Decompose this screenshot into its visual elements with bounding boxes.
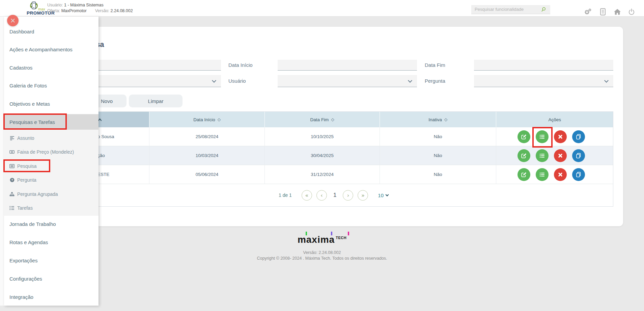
sort-icon: ◇ [218, 117, 221, 122]
offer-label: Oferta: [47, 8, 60, 13]
delete-button[interactable] [554, 130, 567, 143]
sidebar-item-galeria[interactable]: Galeria de Fotos [4, 76, 99, 95]
search-input[interactable] [475, 5, 539, 14]
content-card: Pesquisa Data Início Data Fim Usuário Pe… [67, 27, 623, 226]
row-end-cell: 10/10/2025 [265, 127, 380, 146]
pagination-summary: 1 de 1 [279, 192, 292, 198]
row-end-cell: 31/12/2024 [265, 165, 380, 184]
align-left-icon [9, 136, 15, 140]
table-row: ção 10/03/2024 30/04/2025 Não [73, 146, 613, 165]
page: max PROMOTOR Usuário: 1 - Máxima Sistema… [0, 0, 644, 311]
user-select[interactable] [278, 75, 417, 87]
edit-button[interactable] [517, 168, 530, 181]
logo-magenta-tick [348, 232, 349, 235]
power-icon[interactable] [627, 8, 636, 16]
start-date-input[interactable] [278, 60, 417, 71]
submenu-item-pesquisa[interactable]: Pesquisa [4, 159, 99, 173]
current-page: 1 [333, 192, 336, 199]
sidebar-item-objetivos[interactable]: Objetivos e Metas [4, 95, 99, 113]
user-value: 1 - Máxima Sistemas [64, 3, 104, 7]
submenu-item-pergunta-agrupada[interactable]: Pergunta Agrupada [4, 187, 99, 201]
sidebar-item-configuracoes[interactable]: Configurações [4, 269, 99, 288]
close-icon [10, 18, 16, 23]
column-header-start-date[interactable]: Data Início◇ [149, 112, 265, 127]
page-size-select[interactable]: 10 [378, 192, 388, 198]
delete-button[interactable] [554, 168, 567, 181]
maxima-tech-logo: maximaTECH [298, 234, 346, 245]
user-filter-label: Usuário [228, 76, 246, 86]
copy-button[interactable] [572, 168, 585, 181]
first-page-button[interactable]: « [302, 190, 312, 201]
sidebar-item-acoes[interactable]: Ações e Acompanhamentos [4, 40, 99, 58]
last-page-button[interactable]: » [358, 190, 368, 201]
sidebar-item-pesquisas-tarefas[interactable]: Pesquisas e Tarefas [4, 114, 99, 130]
sort-icon: ◇ [444, 117, 447, 122]
list-details-button[interactable] [536, 168, 549, 181]
copy-button[interactable] [572, 149, 585, 162]
close-menu-button[interactable] [7, 15, 19, 26]
sidebar-item-rotas[interactable]: Rotas e Agendas [4, 233, 99, 251]
version-label: Versão: [95, 8, 109, 13]
logo-violet-tick [331, 232, 332, 235]
row-end-cell: 30/04/2025 [265, 146, 380, 165]
table-header-row: Data Início◇ Data Fim◇ Inativa◇ Ações [73, 112, 613, 127]
chevron-down-icon [212, 78, 216, 83]
question-filter-label: Pergunta [425, 76, 445, 86]
svg-text:?: ? [11, 178, 13, 182]
chevron-down-icon [408, 78, 412, 83]
chevron-right-icon: › [347, 192, 349, 199]
list-details-button[interactable] [536, 130, 549, 143]
column-header-end-date[interactable]: Data Fim◇ [265, 112, 380, 127]
submenu-label: Pesquisa [17, 163, 37, 169]
logo-green-tick [306, 232, 307, 235]
edit-button[interactable] [517, 149, 530, 162]
sort-icon: ◇ [331, 117, 334, 122]
question-select[interactable] [474, 75, 613, 87]
end-date-label: Data Fim [425, 60, 445, 71]
start-date-label: Data Início [228, 60, 253, 71]
column-label: Data Início [193, 117, 215, 122]
report-document-icon[interactable] [599, 8, 607, 16]
sidebar-item-jornada[interactable]: Jornada de Trabalho [4, 215, 99, 233]
prev-page-button[interactable]: ‹ [316, 190, 327, 201]
column-header-inactive[interactable]: Inativa◇ [380, 112, 497, 127]
submenu-item-faixa-de-preco[interactable]: Faixa de Preço (Mondelez) [4, 145, 99, 159]
chevron-down-icon [604, 78, 609, 83]
next-page-button[interactable]: › [343, 190, 353, 201]
submenu-item-tarefas[interactable]: Tarefas [4, 201, 99, 215]
column-label: Data Fim [310, 117, 329, 122]
submenu-item-assunto[interactable]: Assunto [4, 131, 99, 145]
user-label: Usuário: [47, 3, 63, 7]
sidebar-item-integracao[interactable]: Integração [4, 288, 99, 306]
delete-button[interactable] [554, 149, 567, 162]
results-table: Data Início◇ Data Fim◇ Inativa◇ Ações o … [73, 111, 613, 207]
sidebar-left-gutter [0, 17, 4, 306]
session-info: Usuário: 1 - Máxima Sistemas Oferta: Max… [47, 2, 133, 14]
home-icon[interactable] [613, 8, 621, 16]
list-alt-icon [9, 164, 15, 169]
row-inactive-cell: Não [380, 127, 497, 146]
search-icon[interactable] [541, 7, 546, 14]
submenu-item-pergunta[interactable]: ? Pergunta [4, 173, 99, 187]
clear-button[interactable]: Limpar [129, 95, 183, 107]
sidebar-submenu: Assunto Faixa de Preço (Mondelez) Pesqui… [4, 130, 99, 216]
end-date-input[interactable] [474, 60, 613, 71]
row-inactive-cell: Não [380, 165, 497, 184]
copy-button[interactable] [572, 130, 585, 143]
edit-button[interactable] [517, 130, 530, 143]
double-chevron-left-icon: « [305, 192, 308, 199]
submenu-label: Tarefas [17, 205, 33, 211]
sidebar-item-cadastros[interactable]: Cadastros [4, 58, 99, 77]
settings-gears-icon[interactable] [584, 8, 592, 16]
column-header-actions: Ações [496, 112, 613, 127]
sidebar-item-dashboard[interactable]: Dashboard [4, 22, 99, 41]
chevron-down-icon [386, 193, 389, 196]
row-inactive-cell: Não [380, 146, 497, 165]
row-actions-cell [496, 165, 613, 184]
row-actions-cell [496, 127, 613, 146]
list-details-button[interactable] [536, 149, 549, 162]
sidebar-item-exportacoes[interactable]: Exportações [4, 251, 99, 269]
top-header: max PROMOTOR Usuário: 1 - Máxima Sistema… [0, 0, 644, 17]
row-start-cell: 10/03/2024 [149, 146, 265, 165]
table-row: ESTE 05/06/2024 31/12/2024 Não [73, 165, 613, 184]
